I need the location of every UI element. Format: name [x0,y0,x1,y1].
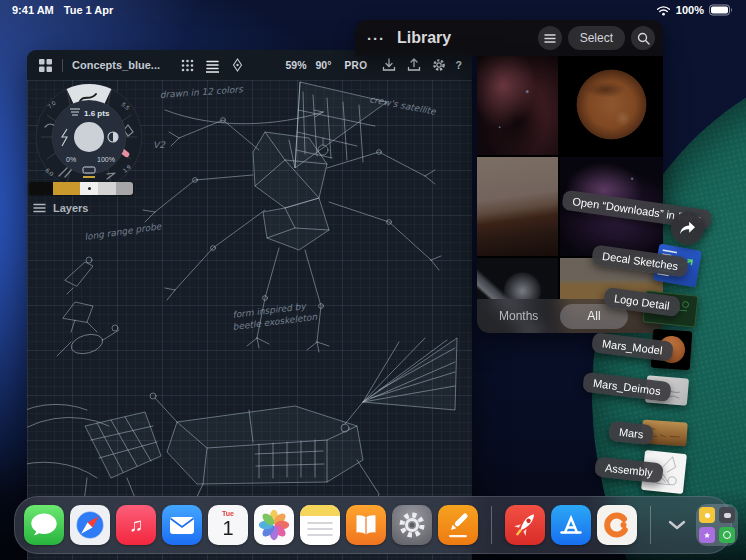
photos-flower-icon [254,505,294,545]
tool-wheel[interactable]: 7.0 5.5 6.0 1.9 1.6 pts 0% 100% [33,81,145,193]
forward-arrow-icon [679,221,696,236]
list-view-icon[interactable] [204,57,220,73]
sketch-doodles [57,257,119,357]
notes-header-strip [300,505,340,516]
zoom-level[interactable]: 59% [286,59,307,71]
dock-app-calendar[interactable]: Tue 1 [208,505,248,545]
nine-dot-grid-icon[interactable] [179,57,195,73]
segment-months[interactable]: Months [499,309,538,323]
pen-icon [438,505,478,545]
swatch-white-selected[interactable] [80,182,98,195]
battery-icon [709,4,734,16]
layers-button[interactable]: Layers [33,202,88,214]
wheel-center-button[interactable] [74,122,104,152]
view-options-button[interactable] [538,26,562,50]
color-palette[interactable] [29,182,133,195]
select-button[interactable]: Select [568,26,625,50]
safari-icon [70,505,110,545]
wifi-icon [656,5,671,16]
ipad-screen: 9:41 AM Tue 1 Apr 100% drawn in 12 color… [0,0,746,560]
dock-app-rocket[interactable] [505,505,545,545]
photos-title: Library [397,29,451,47]
status-date: Tue 1 Apr [64,4,114,16]
dock-app-c[interactable] [597,505,637,545]
layers-list-icon [33,203,46,213]
canvas-angle[interactable]: 90° [316,59,332,71]
mini-app-star: ★ [699,527,715,543]
books-icon [346,505,386,545]
dock-app-photos[interactable] [254,505,294,545]
dock-app-library[interactable]: ★ [696,504,738,546]
rocket-icon [505,505,545,545]
search-icon [637,32,650,45]
dock-app-settings[interactable] [392,505,432,545]
pen-nib-icon[interactable] [229,57,245,73]
drag-action-badge [671,212,704,245]
battery-percent: 100% [676,4,704,16]
status-bar: 9:41 AM Tue 1 Apr 100% [0,0,746,20]
dock-divider-2 [650,506,651,544]
app-grid-icon[interactable] [37,57,53,73]
photos-header: ··· Library Select [355,20,663,56]
dock-chevron-button[interactable] [664,512,690,538]
dock-app-music[interactable]: ♫ [116,505,156,545]
document-title[interactable]: Concepts_blue... [72,59,160,71]
concepts-window: drawn in 12 colors crew's satellite V2 l… [27,50,472,560]
dock-app-notes[interactable] [300,505,340,545]
mail-icon [162,505,202,545]
dock-divider-1 [491,506,492,544]
export-icon[interactable] [406,57,422,73]
dock: ♫ Tue 1 [14,496,732,554]
swatch-gold[interactable] [53,182,80,195]
window-options-icon[interactable]: ··· [363,30,389,47]
swatch-lightgray[interactable] [98,182,116,195]
annotation-probe: long range probe [84,221,163,242]
music-note-icon: ♫ [129,514,143,536]
toolbar-divider [62,59,63,72]
lines-icon [544,34,556,43]
swatch-black[interactable] [29,182,53,195]
c-app-icon [597,505,637,545]
brush-size-value: 1.6 pts [84,109,110,118]
dock-app-books[interactable] [346,505,386,545]
dock-app-appstore[interactable] [551,505,591,545]
swatch-gray[interactable] [116,182,133,195]
mini-app-green [719,527,735,543]
appstore-icon [551,505,591,545]
calendar-day: 1 [208,517,248,540]
settings-gear-icon-dock [392,505,432,545]
dock-app-mail[interactable] [162,505,202,545]
opacity-max: 100% [97,156,115,163]
search-button[interactable] [631,26,655,50]
settings-gear-icon[interactable] [431,57,447,73]
chevron-down-icon [668,520,686,530]
mini-app-camera [719,507,735,523]
messages-icon [24,505,64,545]
calendar-weekday: Tue [208,510,248,517]
mini-app-yellow [699,507,715,523]
annotation-version: V2 [153,140,166,150]
annotation-colors: drawn in 12 colors [159,84,244,100]
opacity-min: 0% [66,156,76,163]
dock-app-concepts[interactable] [438,505,478,545]
dock-app-safari[interactable] [70,505,110,545]
layers-label: Layers [53,202,88,214]
help-button[interactable]: ? [456,59,462,71]
dock-app-messages[interactable] [24,505,64,545]
import-icon[interactable] [381,57,397,73]
pro-badge[interactable]: PRO [344,60,367,71]
status-time: 9:41 AM [12,4,54,16]
